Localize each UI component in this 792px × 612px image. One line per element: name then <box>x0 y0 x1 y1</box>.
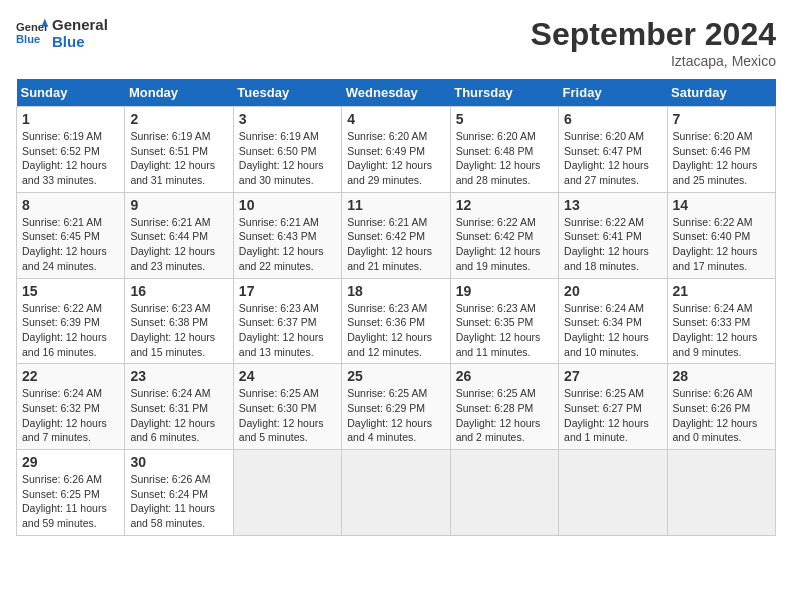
day-number: 27 <box>564 368 661 384</box>
day-info: Sunrise: 6:21 AM Sunset: 6:44 PM Dayligh… <box>130 215 227 274</box>
day-number: 15 <box>22 283 119 299</box>
day-info: Sunrise: 6:21 AM Sunset: 6:45 PM Dayligh… <box>22 215 119 274</box>
logo: General Blue General Blue <box>16 16 108 50</box>
day-cell-13: 13 Sunrise: 6:22 AM Sunset: 6:41 PM Dayl… <box>559 192 667 278</box>
day-cell-24: 24 Sunrise: 6:25 AM Sunset: 6:30 PM Dayl… <box>233 364 341 450</box>
weekday-header-row: Sunday Monday Tuesday Wednesday Thursday… <box>17 79 776 107</box>
day-number: 25 <box>347 368 444 384</box>
day-cell-21: 21 Sunrise: 6:24 AM Sunset: 6:33 PM Dayl… <box>667 278 775 364</box>
day-cell-12: 12 Sunrise: 6:22 AM Sunset: 6:42 PM Dayl… <box>450 192 558 278</box>
day-number: 23 <box>130 368 227 384</box>
empty-cell <box>667 450 775 536</box>
day-number: 5 <box>456 111 553 127</box>
day-number: 3 <box>239 111 336 127</box>
day-info: Sunrise: 6:26 AM Sunset: 6:24 PM Dayligh… <box>130 472 227 531</box>
empty-cell <box>342 450 450 536</box>
empty-cell <box>559 450 667 536</box>
day-info: Sunrise: 6:22 AM Sunset: 6:41 PM Dayligh… <box>564 215 661 274</box>
day-info: Sunrise: 6:21 AM Sunset: 6:42 PM Dayligh… <box>347 215 444 274</box>
day-cell-1: 1 Sunrise: 6:19 AM Sunset: 6:52 PM Dayli… <box>17 107 125 193</box>
day-info: Sunrise: 6:24 AM Sunset: 6:34 PM Dayligh… <box>564 301 661 360</box>
header-tuesday: Tuesday <box>233 79 341 107</box>
logo-icon: General Blue <box>16 17 48 49</box>
day-cell-17: 17 Sunrise: 6:23 AM Sunset: 6:37 PM Dayl… <box>233 278 341 364</box>
header-thursday: Thursday <box>450 79 558 107</box>
logo-general: General <box>52 16 108 33</box>
week-row-5: 29 Sunrise: 6:26 AM Sunset: 6:25 PM Dayl… <box>17 450 776 536</box>
day-info: Sunrise: 6:24 AM Sunset: 6:31 PM Dayligh… <box>130 386 227 445</box>
day-info: Sunrise: 6:21 AM Sunset: 6:43 PM Dayligh… <box>239 215 336 274</box>
day-cell-3: 3 Sunrise: 6:19 AM Sunset: 6:50 PM Dayli… <box>233 107 341 193</box>
day-number: 24 <box>239 368 336 384</box>
day-cell-23: 23 Sunrise: 6:24 AM Sunset: 6:31 PM Dayl… <box>125 364 233 450</box>
day-cell-27: 27 Sunrise: 6:25 AM Sunset: 6:27 PM Dayl… <box>559 364 667 450</box>
week-row-2: 8 Sunrise: 6:21 AM Sunset: 6:45 PM Dayli… <box>17 192 776 278</box>
day-number: 9 <box>130 197 227 213</box>
day-cell-18: 18 Sunrise: 6:23 AM Sunset: 6:36 PM Dayl… <box>342 278 450 364</box>
day-cell-5: 5 Sunrise: 6:20 AM Sunset: 6:48 PM Dayli… <box>450 107 558 193</box>
day-number: 6 <box>564 111 661 127</box>
day-number: 8 <box>22 197 119 213</box>
empty-cell <box>450 450 558 536</box>
week-row-4: 22 Sunrise: 6:24 AM Sunset: 6:32 PM Dayl… <box>17 364 776 450</box>
day-number: 10 <box>239 197 336 213</box>
day-cell-4: 4 Sunrise: 6:20 AM Sunset: 6:49 PM Dayli… <box>342 107 450 193</box>
day-number: 22 <box>22 368 119 384</box>
empty-cell <box>233 450 341 536</box>
header-wednesday: Wednesday <box>342 79 450 107</box>
day-info: Sunrise: 6:24 AM Sunset: 6:33 PM Dayligh… <box>673 301 770 360</box>
day-number: 20 <box>564 283 661 299</box>
day-info: Sunrise: 6:22 AM Sunset: 6:39 PM Dayligh… <box>22 301 119 360</box>
day-cell-2: 2 Sunrise: 6:19 AM Sunset: 6:51 PM Dayli… <box>125 107 233 193</box>
day-number: 26 <box>456 368 553 384</box>
logo-blue: Blue <box>52 33 108 50</box>
day-cell-30: 30 Sunrise: 6:26 AM Sunset: 6:24 PM Dayl… <box>125 450 233 536</box>
day-info: Sunrise: 6:25 AM Sunset: 6:29 PM Dayligh… <box>347 386 444 445</box>
day-cell-8: 8 Sunrise: 6:21 AM Sunset: 6:45 PM Dayli… <box>17 192 125 278</box>
day-number: 30 <box>130 454 227 470</box>
day-number: 18 <box>347 283 444 299</box>
day-info: Sunrise: 6:20 AM Sunset: 6:48 PM Dayligh… <box>456 129 553 188</box>
day-number: 7 <box>673 111 770 127</box>
day-number: 2 <box>130 111 227 127</box>
header-friday: Friday <box>559 79 667 107</box>
day-info: Sunrise: 6:23 AM Sunset: 6:38 PM Dayligh… <box>130 301 227 360</box>
day-info: Sunrise: 6:23 AM Sunset: 6:36 PM Dayligh… <box>347 301 444 360</box>
day-cell-25: 25 Sunrise: 6:25 AM Sunset: 6:29 PM Dayl… <box>342 364 450 450</box>
day-number: 11 <box>347 197 444 213</box>
day-cell-29: 29 Sunrise: 6:26 AM Sunset: 6:25 PM Dayl… <box>17 450 125 536</box>
day-info: Sunrise: 6:22 AM Sunset: 6:40 PM Dayligh… <box>673 215 770 274</box>
day-info: Sunrise: 6:26 AM Sunset: 6:26 PM Dayligh… <box>673 386 770 445</box>
day-cell-22: 22 Sunrise: 6:24 AM Sunset: 6:32 PM Dayl… <box>17 364 125 450</box>
day-number: 4 <box>347 111 444 127</box>
day-cell-19: 19 Sunrise: 6:23 AM Sunset: 6:35 PM Dayl… <box>450 278 558 364</box>
day-info: Sunrise: 6:20 AM Sunset: 6:49 PM Dayligh… <box>347 129 444 188</box>
day-info: Sunrise: 6:24 AM Sunset: 6:32 PM Dayligh… <box>22 386 119 445</box>
day-info: Sunrise: 6:19 AM Sunset: 6:51 PM Dayligh… <box>130 129 227 188</box>
day-cell-10: 10 Sunrise: 6:21 AM Sunset: 6:43 PM Dayl… <box>233 192 341 278</box>
calendar-table: Sunday Monday Tuesday Wednesday Thursday… <box>16 79 776 536</box>
location: Iztacapa, Mexico <box>531 53 776 69</box>
day-info: Sunrise: 6:23 AM Sunset: 6:35 PM Dayligh… <box>456 301 553 360</box>
day-info: Sunrise: 6:20 AM Sunset: 6:47 PM Dayligh… <box>564 129 661 188</box>
day-cell-11: 11 Sunrise: 6:21 AM Sunset: 6:42 PM Dayl… <box>342 192 450 278</box>
month-title: September 2024 <box>531 16 776 53</box>
day-info: Sunrise: 6:19 AM Sunset: 6:50 PM Dayligh… <box>239 129 336 188</box>
day-number: 29 <box>22 454 119 470</box>
day-info: Sunrise: 6:25 AM Sunset: 6:30 PM Dayligh… <box>239 386 336 445</box>
day-cell-20: 20 Sunrise: 6:24 AM Sunset: 6:34 PM Dayl… <box>559 278 667 364</box>
day-number: 19 <box>456 283 553 299</box>
day-info: Sunrise: 6:19 AM Sunset: 6:52 PM Dayligh… <box>22 129 119 188</box>
day-cell-15: 15 Sunrise: 6:22 AM Sunset: 6:39 PM Dayl… <box>17 278 125 364</box>
header-saturday: Saturday <box>667 79 775 107</box>
day-number: 17 <box>239 283 336 299</box>
day-number: 1 <box>22 111 119 127</box>
day-info: Sunrise: 6:25 AM Sunset: 6:27 PM Dayligh… <box>564 386 661 445</box>
week-row-1: 1 Sunrise: 6:19 AM Sunset: 6:52 PM Dayli… <box>17 107 776 193</box>
day-info: Sunrise: 6:26 AM Sunset: 6:25 PM Dayligh… <box>22 472 119 531</box>
header-monday: Monday <box>125 79 233 107</box>
day-info: Sunrise: 6:23 AM Sunset: 6:37 PM Dayligh… <box>239 301 336 360</box>
day-cell-28: 28 Sunrise: 6:26 AM Sunset: 6:26 PM Dayl… <box>667 364 775 450</box>
page-header: General Blue General Blue September 2024… <box>16 16 776 69</box>
day-number: 21 <box>673 283 770 299</box>
